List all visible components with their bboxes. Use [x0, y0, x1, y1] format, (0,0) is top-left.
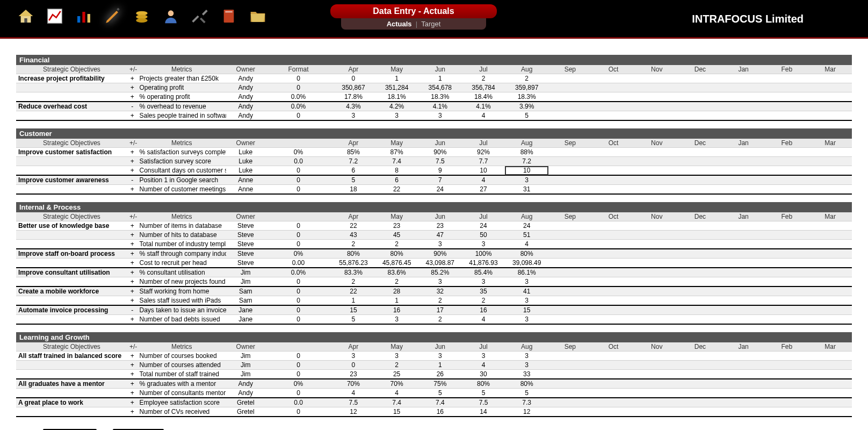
value-cell[interactable]	[678, 74, 722, 83]
value-cell[interactable]	[592, 398, 635, 407]
value-cell[interactable]	[635, 305, 678, 315]
value-cell[interactable]	[548, 74, 592, 83]
value-cell[interactable]	[722, 398, 765, 407]
value-cell[interactable]	[592, 148, 635, 157]
value-cell[interactable]	[548, 157, 592, 166]
value-cell[interactable]: 5	[332, 175, 375, 185]
value-cell[interactable]: 3	[505, 296, 548, 306]
value-cell[interactable]	[678, 175, 722, 185]
value-cell[interactable]: 23	[418, 221, 462, 231]
value-cell[interactable]: 5	[418, 389, 462, 398]
value-cell[interactable]	[722, 92, 765, 102]
value-cell[interactable]	[722, 277, 765, 287]
value-cell[interactable]	[635, 185, 678, 195]
value-cell[interactable]	[548, 231, 592, 240]
coins-icon[interactable]	[132, 6, 151, 26]
value-cell[interactable]: 70%	[332, 379, 375, 389]
value-cell[interactable]	[678, 315, 722, 325]
value-cell[interactable]: 2	[418, 296, 462, 306]
value-cell[interactable]: 83.6%	[375, 268, 418, 277]
value-cell[interactable]: 33	[505, 370, 548, 379]
value-cell[interactable]	[808, 240, 852, 249]
value-cell[interactable]: 4	[375, 389, 418, 398]
value-cell[interactable]	[765, 407, 808, 417]
value-cell[interactable]: 24	[462, 221, 505, 231]
value-cell[interactable]	[678, 389, 722, 398]
value-cell[interactable]: 3	[505, 361, 548, 370]
value-cell[interactable]	[548, 175, 592, 185]
value-cell[interactable]: 4	[462, 361, 505, 370]
value-cell[interactable]	[722, 268, 765, 277]
value-cell[interactable]: 15	[332, 305, 375, 315]
value-cell[interactable]	[765, 305, 808, 315]
value-cell[interactable]	[722, 166, 765, 176]
value-cell[interactable]	[722, 221, 765, 231]
chart-line-icon[interactable]	[45, 6, 64, 26]
value-cell[interactable]: 2	[418, 315, 462, 325]
value-cell[interactable]	[765, 379, 808, 389]
value-cell[interactable]	[722, 240, 765, 249]
value-cell[interactable]: 75%	[418, 379, 462, 389]
value-cell[interactable]	[635, 111, 678, 121]
value-cell[interactable]	[592, 277, 635, 287]
value-cell[interactable]	[548, 286, 592, 296]
value-cell[interactable]: 5	[505, 111, 548, 121]
value-cell[interactable]	[678, 361, 722, 370]
value-cell[interactable]: 32	[418, 286, 462, 296]
value-cell[interactable]	[765, 361, 808, 370]
value-cell[interactable]: 5	[505, 389, 548, 398]
value-cell[interactable]	[808, 249, 852, 259]
value-cell[interactable]: 10	[505, 166, 548, 176]
value-cell[interactable]: 17.8%	[332, 92, 375, 102]
value-cell[interactable]	[592, 370, 635, 379]
value-cell[interactable]: 359,897	[505, 83, 548, 92]
value-cell[interactable]	[722, 305, 765, 315]
value-cell[interactable]	[722, 352, 765, 361]
value-cell[interactable]	[765, 175, 808, 185]
value-cell[interactable]: 14	[462, 407, 505, 417]
value-cell[interactable]	[678, 249, 722, 259]
value-cell[interactable]	[548, 296, 592, 306]
value-cell[interactable]	[592, 74, 635, 83]
value-cell[interactable]	[678, 277, 722, 287]
value-cell[interactable]	[635, 221, 678, 231]
value-cell[interactable]	[808, 286, 852, 296]
value-cell[interactable]	[548, 407, 592, 417]
value-cell[interactable]	[765, 92, 808, 102]
value-cell[interactable]: 70%	[375, 379, 418, 389]
value-cell[interactable]	[635, 249, 678, 259]
value-cell[interactable]: 25	[375, 370, 418, 379]
value-cell[interactable]: 41	[505, 286, 548, 296]
value-cell[interactable]: 51	[505, 231, 548, 240]
value-cell[interactable]	[592, 102, 635, 111]
value-cell[interactable]	[635, 148, 678, 157]
value-cell[interactable]	[548, 259, 592, 268]
value-cell[interactable]	[635, 370, 678, 379]
value-cell[interactable]	[765, 166, 808, 176]
tab-target[interactable]: Target	[421, 20, 440, 28]
value-cell[interactable]	[808, 148, 852, 157]
value-cell[interactable]: 12	[332, 407, 375, 417]
value-cell[interactable]	[635, 268, 678, 277]
value-cell[interactable]	[592, 221, 635, 231]
value-cell[interactable]: 0	[332, 74, 375, 83]
value-cell[interactable]: 86.1%	[505, 268, 548, 277]
folder-icon[interactable]	[248, 6, 267, 26]
value-cell[interactable]	[722, 259, 765, 268]
value-cell[interactable]	[722, 361, 765, 370]
value-cell[interactable]	[548, 361, 592, 370]
value-cell[interactable]: 22	[332, 221, 375, 231]
value-cell[interactable]	[808, 361, 852, 370]
value-cell[interactable]	[722, 74, 765, 83]
value-cell[interactable]: 45	[375, 231, 418, 240]
value-cell[interactable]: 22	[375, 185, 418, 195]
value-cell[interactable]: 39,098.49	[505, 259, 548, 268]
value-cell[interactable]: 9	[418, 166, 462, 176]
value-cell[interactable]	[808, 111, 852, 121]
value-cell[interactable]: 10	[462, 166, 505, 176]
value-cell[interactable]	[592, 249, 635, 259]
value-cell[interactable]	[548, 249, 592, 259]
value-cell[interactable]	[592, 175, 635, 185]
value-cell[interactable]: 90%	[418, 148, 462, 157]
value-cell[interactable]: 4.1%	[418, 102, 462, 111]
